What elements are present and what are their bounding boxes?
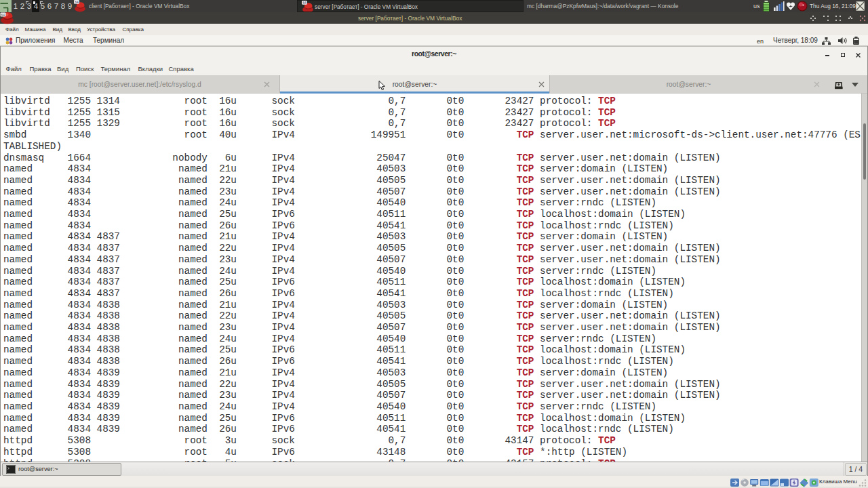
svg-text:64: 64 xyxy=(302,1,307,5)
svg-text:64: 64 xyxy=(75,0,79,4)
svg-text:64: 64 xyxy=(1,13,5,17)
